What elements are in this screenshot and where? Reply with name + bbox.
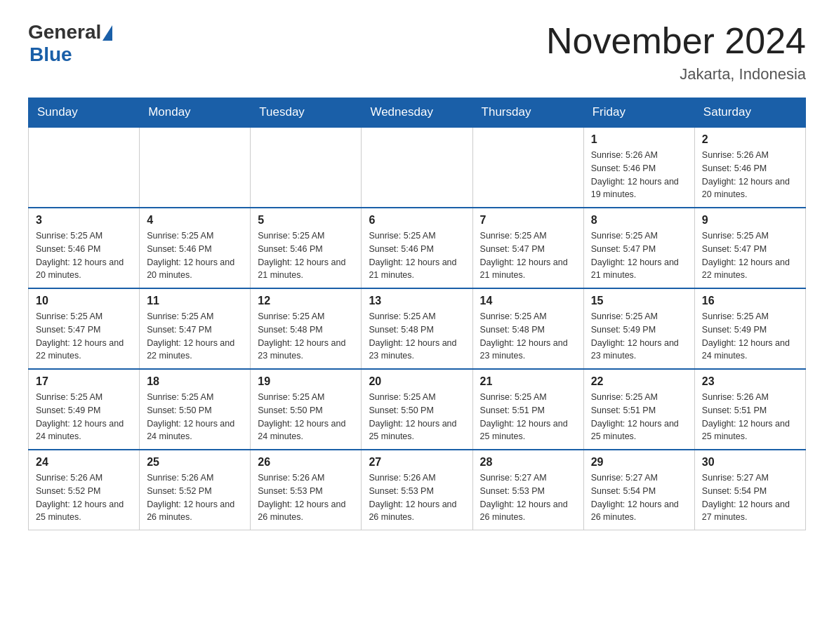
calendar-cell-w1-d0	[29, 127, 140, 208]
day-number: 13	[369, 295, 465, 307]
calendar-cell-w5-d6: 30Sunrise: 5:27 AMSunset: 5:54 PMDayligh…	[694, 450, 805, 530]
day-info: Sunrise: 5:25 AMSunset: 5:51 PMDaylight:…	[480, 391, 576, 443]
day-info: Sunrise: 5:27 AMSunset: 5:54 PMDaylight:…	[702, 471, 798, 524]
calendar-cell-w2-d1: 4Sunrise: 5:25 AMSunset: 5:46 PMDaylight…	[140, 208, 251, 288]
calendar-cell-w3-d2: 12Sunrise: 5:25 AMSunset: 5:48 PMDayligh…	[251, 288, 362, 369]
calendar-cell-w2-d4: 7Sunrise: 5:25 AMSunset: 5:47 PMDaylight…	[472, 208, 583, 288]
day-number: 4	[147, 214, 243, 227]
calendar-cell-w5-d4: 28Sunrise: 5:27 AMSunset: 5:53 PMDayligh…	[472, 450, 583, 530]
day-info: Sunrise: 5:25 AMSunset: 5:48 PMDaylight:…	[369, 310, 465, 363]
day-number: 22	[591, 375, 687, 388]
day-info: Sunrise: 5:25 AMSunset: 5:51 PMDaylight:…	[591, 391, 687, 443]
calendar-cell-w1-d1	[140, 127, 251, 208]
day-info: Sunrise: 5:25 AMSunset: 5:50 PMDaylight:…	[369, 391, 465, 443]
month-year-title: November 2024	[546, 21, 806, 61]
day-info: Sunrise: 5:26 AMSunset: 5:53 PMDaylight:…	[369, 471, 465, 524]
calendar-cell-w1-d5: 1Sunrise: 5:26 AMSunset: 5:46 PMDaylight…	[583, 127, 694, 208]
day-number: 11	[147, 295, 243, 307]
calendar-cell-w2-d5: 8Sunrise: 5:25 AMSunset: 5:47 PMDaylight…	[583, 208, 694, 288]
weekday-header-row: Sunday Monday Tuesday Wednesday Thursday…	[29, 98, 806, 128]
calendar-cell-w1-d4	[472, 127, 583, 208]
logo-triangle-icon	[102, 25, 112, 41]
calendar-cell-w3-d4: 14Sunrise: 5:25 AMSunset: 5:48 PMDayligh…	[472, 288, 583, 369]
calendar-cell-w3-d3: 13Sunrise: 5:25 AMSunset: 5:48 PMDayligh…	[362, 288, 472, 369]
calendar-cell-w5-d2: 26Sunrise: 5:26 AMSunset: 5:53 PMDayligh…	[251, 450, 362, 530]
day-number: 25	[147, 456, 243, 469]
calendar-cell-w4-d6: 23Sunrise: 5:26 AMSunset: 5:51 PMDayligh…	[694, 369, 805, 450]
calendar-cell-w2-d2: 5Sunrise: 5:25 AMSunset: 5:46 PMDaylight…	[251, 208, 362, 288]
calendar-cell-w1-d6: 2Sunrise: 5:26 AMSunset: 5:46 PMDaylight…	[694, 127, 805, 208]
day-info: Sunrise: 5:25 AMSunset: 5:46 PMDaylight:…	[369, 229, 465, 282]
day-number: 5	[258, 214, 354, 227]
logo-general-text: General	[28, 21, 101, 43]
calendar-cell-w4-d1: 18Sunrise: 5:25 AMSunset: 5:50 PMDayligh…	[140, 369, 251, 450]
day-number: 26	[258, 456, 354, 469]
header-monday: Monday	[140, 98, 251, 128]
calendar-cell-w5-d1: 25Sunrise: 5:26 AMSunset: 5:52 PMDayligh…	[140, 450, 251, 530]
calendar-cell-w3-d5: 15Sunrise: 5:25 AMSunset: 5:49 PMDayligh…	[583, 288, 694, 369]
day-number: 6	[369, 214, 465, 227]
day-info: Sunrise: 5:25 AMSunset: 5:46 PMDaylight:…	[147, 229, 243, 282]
title-section: November 2024 Jakarta, Indonesia	[546, 21, 806, 83]
header-friday: Friday	[583, 98, 694, 128]
day-number: 16	[702, 295, 798, 307]
day-number: 8	[591, 214, 687, 227]
calendar-cell-w1-d3	[362, 127, 472, 208]
day-info: Sunrise: 5:26 AMSunset: 5:53 PMDaylight:…	[258, 471, 354, 524]
calendar-cell-w4-d5: 22Sunrise: 5:25 AMSunset: 5:51 PMDayligh…	[583, 369, 694, 450]
calendar-cell-w3-d0: 10Sunrise: 5:25 AMSunset: 5:47 PMDayligh…	[29, 288, 140, 369]
calendar-table: Sunday Monday Tuesday Wednesday Thursday…	[28, 98, 806, 530]
day-number: 3	[36, 214, 132, 227]
logo-blue-text: Blue	[29, 43, 72, 66]
calendar-cell-w5-d5: 29Sunrise: 5:27 AMSunset: 5:54 PMDayligh…	[583, 450, 694, 530]
page-header: General Blue November 2024 Jakarta, Indo…	[28, 21, 806, 83]
calendar-cell-w4-d2: 19Sunrise: 5:25 AMSunset: 5:50 PMDayligh…	[251, 369, 362, 450]
day-info: Sunrise: 5:25 AMSunset: 5:46 PMDaylight:…	[258, 229, 354, 282]
day-info: Sunrise: 5:25 AMSunset: 5:47 PMDaylight:…	[36, 310, 132, 363]
day-number: 28	[480, 456, 576, 469]
calendar-cell-w2-d3: 6Sunrise: 5:25 AMSunset: 5:46 PMDaylight…	[362, 208, 472, 288]
week-row-5: 24Sunrise: 5:26 AMSunset: 5:52 PMDayligh…	[29, 450, 806, 530]
day-info: Sunrise: 5:27 AMSunset: 5:53 PMDaylight:…	[480, 471, 576, 524]
day-number: 27	[369, 456, 465, 469]
day-number: 18	[147, 375, 243, 388]
calendar-cell-w5-d0: 24Sunrise: 5:26 AMSunset: 5:52 PMDayligh…	[29, 450, 140, 530]
day-number: 12	[258, 295, 354, 307]
day-info: Sunrise: 5:25 AMSunset: 5:49 PMDaylight:…	[36, 391, 132, 443]
week-row-4: 17Sunrise: 5:25 AMSunset: 5:49 PMDayligh…	[29, 369, 806, 450]
day-info: Sunrise: 5:25 AMSunset: 5:46 PMDaylight:…	[36, 229, 132, 282]
calendar-cell-w5-d3: 27Sunrise: 5:26 AMSunset: 5:53 PMDayligh…	[362, 450, 472, 530]
day-info: Sunrise: 5:25 AMSunset: 5:50 PMDaylight:…	[147, 391, 243, 443]
day-info: Sunrise: 5:25 AMSunset: 5:49 PMDaylight:…	[591, 310, 687, 363]
logo: General Blue	[28, 21, 112, 66]
day-info: Sunrise: 5:25 AMSunset: 5:47 PMDaylight:…	[591, 229, 687, 282]
day-number: 7	[480, 214, 576, 227]
header-thursday: Thursday	[472, 98, 583, 128]
header-saturday: Saturday	[694, 98, 805, 128]
day-info: Sunrise: 5:25 AMSunset: 5:48 PMDaylight:…	[480, 310, 576, 363]
day-number: 2	[702, 133, 798, 146]
day-info: Sunrise: 5:26 AMSunset: 5:46 PMDaylight:…	[702, 149, 798, 201]
day-info: Sunrise: 5:25 AMSunset: 5:48 PMDaylight:…	[258, 310, 354, 363]
day-info: Sunrise: 5:26 AMSunset: 5:51 PMDaylight:…	[702, 391, 798, 443]
week-row-3: 10Sunrise: 5:25 AMSunset: 5:47 PMDayligh…	[29, 288, 806, 369]
day-number: 29	[591, 456, 687, 469]
day-number: 19	[258, 375, 354, 388]
calendar-cell-w2-d0: 3Sunrise: 5:25 AMSunset: 5:46 PMDaylight…	[29, 208, 140, 288]
day-number: 30	[702, 456, 798, 469]
week-row-1: 1Sunrise: 5:26 AMSunset: 5:46 PMDaylight…	[29, 127, 806, 208]
day-number: 14	[480, 295, 576, 307]
day-number: 10	[36, 295, 132, 307]
day-number: 24	[36, 456, 132, 469]
day-info: Sunrise: 5:25 AMSunset: 5:47 PMDaylight:…	[480, 229, 576, 282]
day-info: Sunrise: 5:25 AMSunset: 5:50 PMDaylight:…	[258, 391, 354, 443]
day-info: Sunrise: 5:26 AMSunset: 5:46 PMDaylight:…	[591, 149, 687, 201]
header-wednesday: Wednesday	[362, 98, 472, 128]
calendar-cell-w3-d1: 11Sunrise: 5:25 AMSunset: 5:47 PMDayligh…	[140, 288, 251, 369]
day-info: Sunrise: 5:27 AMSunset: 5:54 PMDaylight:…	[591, 471, 687, 524]
calendar-cell-w4-d4: 21Sunrise: 5:25 AMSunset: 5:51 PMDayligh…	[472, 369, 583, 450]
day-info: Sunrise: 5:25 AMSunset: 5:47 PMDaylight:…	[147, 310, 243, 363]
day-info: Sunrise: 5:26 AMSunset: 5:52 PMDaylight:…	[147, 471, 243, 524]
day-number: 17	[36, 375, 132, 388]
calendar-cell-w2-d6: 9Sunrise: 5:25 AMSunset: 5:47 PMDaylight…	[694, 208, 805, 288]
